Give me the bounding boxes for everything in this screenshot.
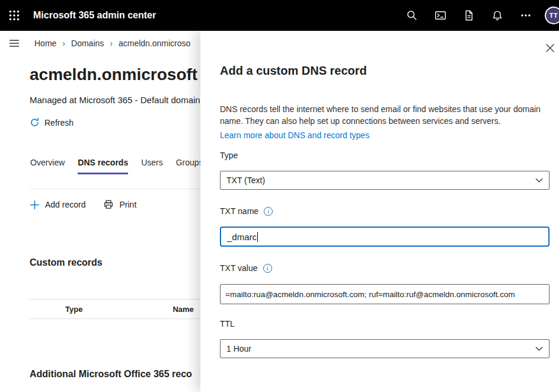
breadcrumb: Home › Domains › acmeldn.onmicroso [34, 39, 190, 48]
app-title: Microsoft 365 admin center [33, 10, 156, 21]
tab-groups[interactable]: Groups [176, 158, 203, 174]
breadcrumb-domains[interactable]: Domains [71, 39, 104, 48]
txt-value-field-label: TXT value i [220, 263, 272, 273]
avatar: TT [545, 7, 559, 24]
tab-bar: Overview DNS records Users Groups [30, 158, 203, 174]
refresh-icon [30, 117, 40, 128]
ttl-select-value: 1 Hour [226, 344, 251, 353]
additional-records-heading: Additional Microsoft Office 365 reco [30, 369, 192, 380]
ttl-field-label: TTL [220, 319, 235, 329]
text-cursor [257, 232, 258, 242]
add-dns-record-panel: Add a custom DNS record DNS records tell… [200, 31, 559, 392]
ellipsis-icon [520, 9, 532, 21]
print-button[interactable]: Print [103, 199, 136, 210]
notifications-button[interactable] [483, 0, 512, 31]
info-icon[interactable]: i [264, 207, 273, 216]
hamburger-icon [8, 37, 20, 49]
top-bar: Microsoft 365 admin center [0, 0, 559, 31]
breadcrumb-separator: › [62, 39, 65, 48]
waffle-icon [8, 9, 20, 21]
chevron-down-icon [535, 346, 543, 351]
txt-value-input-value: =mailto:rua@acmeldn.onmicrosoft.com; ruf… [225, 290, 515, 299]
panel-title: Add a custom DNS record [220, 64, 367, 78]
column-header-name[interactable]: Name [173, 305, 193, 314]
breadcrumb-current: acmeldn.onmicroso [119, 39, 190, 48]
add-record-label: Add record [45, 200, 85, 209]
txt-name-label: TXT name [220, 206, 258, 216]
document-icon [463, 9, 475, 21]
app-launcher-button[interactable] [0, 0, 28, 31]
account-button[interactable]: TT [540, 0, 559, 31]
tab-dns-records[interactable]: DNS records [78, 158, 128, 174]
type-label: Type [220, 151, 238, 160]
add-record-button[interactable]: Add record [30, 200, 85, 210]
txt-value-label: TXT value [220, 263, 258, 273]
txt-name-input[interactable]: _dmarc [220, 227, 550, 247]
txt-name-input-value: _dmarc [227, 232, 257, 242]
page-title: acmeldn.onmicrosoft [30, 65, 197, 84]
more-options-button[interactable] [512, 0, 540, 31]
chevron-down-icon [535, 178, 543, 183]
column-header-type[interactable]: Type [65, 305, 82, 314]
tab-overview[interactable]: Overview [30, 158, 65, 174]
ttl-select[interactable]: 1 Hour [220, 339, 550, 358]
type-select-value: TXT (Text) [226, 176, 265, 185]
terminal-icon [435, 9, 446, 21]
terminal-button[interactable] [426, 0, 455, 31]
txt-value-input[interactable]: =mailto:rua@acmeldn.onmicrosoft.com; ruf… [220, 284, 550, 304]
screen: Microsoft 365 admin center [0, 0, 559, 392]
ttl-label: TTL [220, 319, 235, 329]
txt-name-field-label: TXT name i [220, 206, 273, 216]
command-bar: Add record Print [30, 199, 136, 210]
document-button[interactable] [455, 0, 483, 31]
printer-icon [103, 199, 114, 210]
learn-more-link[interactable]: Learn more about DNS and record types [220, 130, 369, 140]
search-button[interactable] [398, 0, 426, 31]
refresh-button[interactable]: Refresh [30, 117, 74, 128]
refresh-label: Refresh [44, 118, 74, 128]
type-field-label: Type [220, 151, 238, 160]
custom-records-heading: Custom records [30, 257, 103, 268]
print-label: Print [119, 200, 136, 209]
breadcrumb-separator: › [110, 39, 113, 48]
search-icon [406, 9, 418, 21]
type-select[interactable]: TXT (Text) [220, 171, 550, 190]
breadcrumb-home[interactable]: Home [34, 39, 56, 48]
panel-close-button[interactable] [542, 40, 558, 56]
bell-icon [491, 9, 503, 21]
info-icon[interactable]: i [263, 264, 272, 273]
tab-users[interactable]: Users [141, 158, 163, 174]
nav-menu-button[interactable] [0, 31, 28, 56]
page-subtitle: Managed at Microsoft 365 - Default domai… [30, 95, 203, 105]
plus-icon [30, 200, 40, 210]
panel-description: DNS records tell the internet where to s… [220, 103, 545, 127]
close-icon [546, 44, 554, 52]
